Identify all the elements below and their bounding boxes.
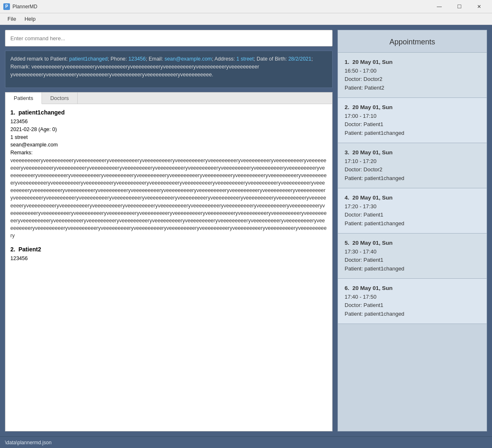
- close-button[interactable]: ✕: [470, 0, 489, 13]
- tab-patients[interactable]: Patients: [5, 93, 42, 104]
- main-content: Added remark to Patient: patient1changed…: [0, 25, 492, 436]
- patient-email: sean@example.com: [10, 141, 327, 149]
- list-item: 2. 20 May 01, Sun 17:00 - 17:10 Doctor: …: [338, 98, 487, 143]
- appointment-num-date: 2. 20 May 01, Sun: [345, 103, 480, 112]
- patient-dob: 2021-02-28 (Age: 0): [10, 126, 327, 134]
- app-icon: P: [3, 3, 10, 10]
- list-item: 2. Patient2 123456: [10, 245, 327, 263]
- patient-remarks: veeeeeeeeeryveeeeeeeeeryveeeeeeeeeryveee…: [10, 157, 327, 239]
- appointment-doctor: Doctor: Patient1: [345, 256, 480, 265]
- appointment-patient: Patient: Patient2: [345, 84, 480, 93]
- list-item: 5. 20 May 01, Sun 17:30 - 17:40 Doctor: …: [338, 234, 487, 279]
- patient-phone: 123456: [10, 255, 327, 263]
- appointment-time: 17:20 - 17:30: [345, 202, 480, 211]
- file-menu[interactable]: File: [3, 14, 20, 24]
- window-controls: — ☐ ✕: [430, 0, 489, 13]
- appointment-time: 16:50 - 17:00: [345, 67, 480, 75]
- status-path: \data\plannermd.json: [5, 440, 51, 446]
- appointment-doctor: Doctor: Doctor2: [345, 166, 480, 174]
- appointment-patient: Patient: patient1changed: [345, 310, 480, 319]
- minimize-button[interactable]: —: [430, 0, 449, 13]
- list-item: 1. 20 May 01, Sun 16:50 - 17:00 Doctor: …: [338, 53, 487, 98]
- patient-name: 2. Patient2: [10, 245, 327, 254]
- tab-doctors[interactable]: Doctors: [42, 93, 78, 104]
- appointment-doctor: Doctor: Patient1: [345, 301, 480, 310]
- appointment-doctor: Doctor: Patient1: [345, 211, 480, 219]
- app-title: PlannerMD: [12, 4, 430, 10]
- list-item: 1. patient1changed 123456 2021-02-28 (Ag…: [10, 108, 327, 239]
- appointment-time: 17:00 - 17:10: [345, 112, 480, 121]
- patients-list: 1. patient1changed 123456 2021-02-28 (Ag…: [5, 104, 332, 431]
- list-item: 4. 20 May 01, Sun 17:20 - 17:30 Doctor: …: [338, 188, 487, 234]
- appointment-doctor: Doctor: Doctor2: [345, 75, 480, 84]
- output-area: Added remark to Patient: patient1changed…: [5, 51, 333, 88]
- appointment-num-date: 3. 20 May 01, Sun: [345, 148, 480, 157]
- maximize-button[interactable]: ☐: [450, 0, 469, 13]
- output-text: Added remark to Patient: patient1changed…: [10, 56, 313, 78]
- appointment-time: 17:40 - 17:50: [345, 293, 480, 302]
- statusbar: \data\plannermd.json: [0, 436, 492, 448]
- list-panel: Patients Doctors 1. patient1changed 1234…: [5, 92, 333, 431]
- appointments-title: Appointments: [338, 30, 487, 53]
- appointment-num-date: 5. 20 May 01, Sun: [345, 239, 480, 248]
- appointment-patient: Patient: patient1changed: [345, 129, 480, 138]
- list-item: 3. 20 May 01, Sun 17:10 - 17:20 Doctor: …: [338, 143, 487, 188]
- tab-bar: Patients Doctors: [5, 93, 332, 104]
- patient-remarks-label: Remarks:: [10, 149, 327, 157]
- titlebar: P PlannerMD — ☐ ✕: [0, 0, 492, 13]
- appointment-patient: Patient: patient1changed: [345, 219, 480, 228]
- appointments-panel: Appointments 1. 20 May 01, Sun 16:50 - 1…: [338, 30, 487, 431]
- menubar: File Help: [0, 13, 492, 25]
- appointment-list: 1. 20 May 01, Sun 16:50 - 17:00 Doctor: …: [338, 53, 487, 431]
- help-menu[interactable]: Help: [20, 14, 40, 24]
- appointment-patient: Patient: patient1changed: [345, 265, 480, 273]
- patient-address: 1 street: [10, 134, 327, 141]
- appointment-num-date: 6. 20 May 01, Sun: [345, 284, 480, 293]
- appointment-time: 17:10 - 17:20: [345, 157, 480, 166]
- left-panel: Added remark to Patient: patient1changed…: [5, 30, 333, 431]
- command-input[interactable]: [5, 30, 333, 46]
- appointment-time: 17:30 - 17:40: [345, 248, 480, 256]
- patient-phone: 123456: [10, 118, 327, 126]
- appointment-patient: Patient: patient1changed: [345, 174, 480, 183]
- list-item: 6. 20 May 01, Sun 17:40 - 17:50 Doctor: …: [338, 279, 487, 324]
- appointment-num-date: 4. 20 May 01, Sun: [345, 193, 480, 202]
- patient-name: 1. patient1changed: [10, 108, 327, 117]
- appointment-num-date: 1. 20 May 01, Sun: [345, 58, 480, 67]
- appointment-doctor: Doctor: Patient1: [345, 120, 480, 129]
